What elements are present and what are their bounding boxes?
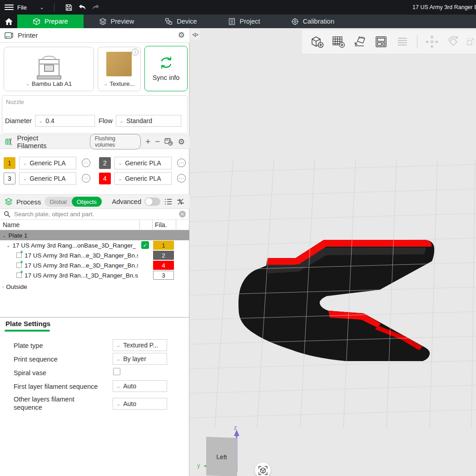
rotate-button[interactable] [445,33,462,51]
filaments-section-header: Project Filaments Flushing volumes + − ⚙ [0,134,189,149]
tab-calibration[interactable]: Calibration [276,15,350,28]
auto-orient-button[interactable]: AUTO [351,33,368,51]
plate-select-card[interactable]: i ⌄ Texture... [98,47,141,91]
chevron-down-icon[interactable]: ⌄ [2,233,6,238]
filament-1-swatch[interactable]: 1 [4,157,15,169]
sync-icon [159,56,174,69]
scale-button[interactable] [466,33,475,51]
flushing-volumes-button[interactable]: Flushing volumes [90,134,141,149]
flow-label: Flow [99,117,113,124]
chevron-down-icon: ⌄ [104,81,108,86]
advanced-label: Advanced [112,198,142,205]
filament-column-header: Fila. [155,221,167,228]
tab-preview[interactable]: Preview [84,15,150,28]
plate-name-dropdown[interactable]: ⌄ Texture... [104,80,135,91]
tab-project[interactable]: Project [213,15,276,28]
filament-4-select[interactable]: ⌄Generic PLA [114,172,172,185]
add-model-button[interactable] [308,33,326,51]
filament-2-select[interactable]: ⌄Generic PLA [114,157,172,169]
parameter-list-icon[interactable] [164,198,173,205]
left-panel: Printer ⚙ ⌄ Bambu Lab A1 i ⌄ Texture... [0,28,189,476]
file-menu[interactable]: File [17,4,27,11]
tree-row-outside[interactable]: › Outside [0,282,189,292]
home-button[interactable] [0,15,17,28]
divider [0,317,189,317]
flow-select[interactable]: ⌄ Standard [116,115,181,127]
spiral-vase-label: Spiral vase [14,369,109,377]
filament-1-select[interactable]: ⌄Generic PLA [19,157,76,169]
part-filament-badge[interactable]: 2 [153,251,174,260]
plate-type-select[interactable]: ⌄Textured P... [113,339,167,351]
tree-row-plate[interactable]: ⌄ Plate 1 [0,230,189,240]
tab-prepare[interactable]: Prepare [17,15,84,28]
divider [54,3,55,11]
filament-2-more-button[interactable]: ⋯ [177,159,186,167]
move-button[interactable] [423,33,441,51]
part-filament-badge[interactable]: 3 [153,271,174,280]
filament-4-more-button[interactable]: ⋯ [177,174,186,183]
global-objects-toggle[interactable]: Global Objects [45,197,102,207]
remove-filament-button[interactable]: − [155,137,160,147]
first-layer-sequence-select[interactable]: ⌄Auto [113,380,167,392]
tree-row-part[interactable]: 17 US Army 3rd Ran...e_3D_Ranger_Bn.stl … [0,260,189,270]
part-icon [16,273,22,278]
printer-settings-gear-icon[interactable]: ⚙ [178,30,185,40]
object-visibility-checkbox[interactable]: ✓ [141,241,149,249]
search-icon [4,211,10,218]
view-mode-button[interactable] [255,462,271,476]
redo-button[interactable] [89,1,103,13]
filament-4-swatch[interactable]: 4 [99,173,111,184]
compare-settings-icon[interactable] [176,198,185,205]
nav-cube[interactable]: Left [206,437,237,476]
menu-icon[interactable] [5,5,14,10]
filament-1-more-button[interactable]: ⋯ [82,159,90,167]
info-icon[interactable]: i [132,49,139,55]
nozzle-diameter-select[interactable]: ⌄ 0.4 [35,115,95,127]
search-input[interactable] [14,211,175,218]
ams-sync-icon[interactable] [164,138,173,146]
sync-info-button[interactable]: Sync info [144,46,188,91]
chevron-down-icon: ⌄ [39,119,43,124]
filament-settings-gear-icon[interactable]: ⚙ [178,137,185,147]
part-icon [16,253,22,258]
advanced-switch[interactable] [145,198,160,206]
printer-select-card[interactable]: ⌄ Bambu Lab A1 [4,47,94,91]
tab-device[interactable]: Device [149,15,212,28]
chevron-down-icon[interactable]: ⌄ [6,243,10,248]
active-tab-underline [5,330,50,332]
filament-2-swatch[interactable]: 2 [99,157,111,169]
other-layers-sequence-select[interactable]: ⌄Auto [113,398,167,410]
tree-row-object[interactable]: ⌄ 17 US Army 3rd Rang...onBase_3D_Ranger… [0,240,189,250]
chevron-right-icon[interactable]: › [2,284,4,289]
tree-row-part[interactable]: 17 US Army 3rd Ran...e_3D_Ranger_Bn.stl … [0,250,189,260]
filament-3-select[interactable]: ⌄Generic PLA [19,172,76,185]
print-sequence-label: Print sequence [14,355,109,363]
print-sequence-select[interactable]: ⌄By layer [113,353,167,365]
spiral-vase-checkbox[interactable] [113,368,120,375]
add-filament-button[interactable]: + [145,137,150,147]
viewport-3d[interactable]: <|> [190,28,476,476]
toggle-global[interactable]: Global [45,198,72,205]
viewport-toolbar: AUTO [302,30,476,54]
name-column-header: Name [3,221,20,228]
toggle-objects[interactable]: Objects [72,197,102,207]
save-button[interactable] [62,1,75,13]
chevron-down-icon[interactable]: ⌄ [40,4,44,10]
process-icon [5,198,13,205]
add-plate-button[interactable] [330,33,347,51]
plate-image [106,52,132,76]
object-list-header: Name Fila. [0,220,189,230]
split-layers-button[interactable] [394,33,411,51]
printer-name-dropdown[interactable]: ⌄ Bambu Lab A1 [26,80,72,91]
object-filament-badge[interactable]: 1 [153,241,174,250]
filament-3-swatch[interactable]: 3 [4,173,15,184]
filament-3-more-button[interactable]: ⋯ [82,174,90,183]
undo-button[interactable] [75,1,89,13]
tree-row-part[interactable]: 17 US Army 3rd Ran...t_3D_Ranger_Bn.stl … [0,270,189,280]
plate-type-label: Plate type [14,342,109,350]
axis-y-label: y [197,462,200,469]
arrange-button[interactable] [372,33,390,51]
nozzle-group: Nozzle Diameter ⌄ 0.4 Flow ⌄ Standard [2,95,188,134]
part-filament-badge[interactable]: 4 [153,261,174,270]
clear-search-icon[interactable]: ✕ [179,211,186,218]
